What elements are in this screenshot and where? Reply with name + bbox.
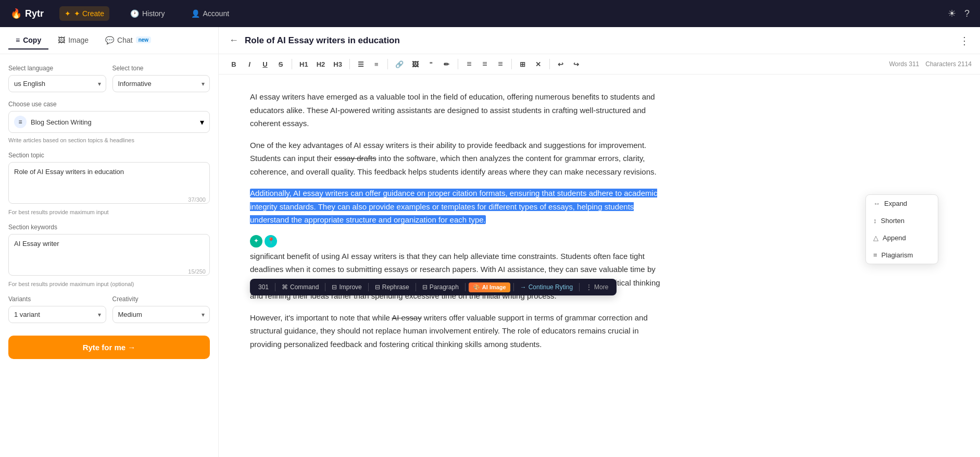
link-button[interactable]: 🔗 [392, 57, 407, 71]
strikethrough-button[interactable]: S [274, 57, 287, 71]
use-case-label: Choose use case [8, 101, 210, 108]
paragraph-icon: ⊟ [422, 283, 428, 291]
highlighted-paragraph: Additionally, AI essay writers can offer… [250, 189, 657, 224]
align-right-button[interactable]: ≡ [494, 57, 507, 71]
align-left-button[interactable]: ≡ [462, 57, 476, 71]
improve-label: Improve [339, 283, 361, 291]
table-button[interactable]: ⊞ [516, 57, 530, 71]
edit-icon-green[interactable]: ✦ [250, 235, 262, 248]
section-keywords-hint: For best results provide maximum input (… [8, 281, 210, 287]
command-btn[interactable]: ⌘ Command [279, 282, 322, 292]
image-button[interactable]: 🖼 [409, 57, 422, 71]
inline-toolbar: 301 ⌘ Command ⊟ Improve ⊟ Rephrase [250, 279, 617, 295]
image-tab-icon: 🖼 [58, 36, 65, 44]
section-topic-input[interactable]: Role of AI Essay writers in education [8, 162, 210, 204]
help-icon[interactable]: ? [964, 8, 970, 19]
inline-word-count: 301 [255, 282, 272, 292]
char-count-label: Characters 2114 [925, 60, 972, 68]
tone-select[interactable]: Informative Professional Casual Formal [112, 75, 210, 92]
nav-history[interactable]: 🕐 History [125, 6, 170, 21]
expand-icon: ↔ [873, 200, 880, 207]
editor-content: AI essay writers have emerged as a valua… [250, 90, 667, 351]
left-sidebar: ≡ Copy 🖼 Image 💬 Chat new Select languag… [0, 27, 219, 457]
back-button[interactable]: ← [229, 35, 238, 46]
section-keywords-input[interactable]: AI Essay writer [8, 234, 210, 276]
more-inline-btn[interactable]: ⋮ More [583, 282, 611, 292]
use-case-dropdown[interactable]: ≡ Blog Section Writing ▾ [8, 111, 210, 133]
align-center-button[interactable]: ≡ [478, 57, 492, 71]
tab-chat[interactable]: 💬 Chat new [98, 32, 158, 50]
shorten-menu-item[interactable]: ↕ Shorten [866, 212, 938, 229]
app-name: Rytr [25, 8, 44, 19]
use-case-value: Blog Section Writing [31, 118, 92, 126]
creativity-select[interactable]: Low Medium High Max [112, 306, 210, 323]
variants-label: Variants [8, 295, 106, 303]
bullet-list-button[interactable]: ☰ [354, 57, 368, 71]
nav-account[interactable]: 👤 Account [186, 6, 235, 21]
bold-button[interactable]: B [227, 57, 241, 71]
ryte-for-me-button[interactable]: Ryte for me → [8, 336, 210, 359]
command-label: Command [290, 283, 319, 291]
toolbar-divider-1 [292, 59, 292, 69]
nav-create[interactable]: ✦ ✦ Create [59, 6, 109, 21]
variants-select-wrapper: 1 variant 2 variants 3 variants ▾ [8, 306, 106, 323]
ai-image-btn[interactable]: 🎨 AI Image [469, 282, 510, 292]
chat-tab-label: Chat [117, 36, 133, 44]
inline-divider-7 [579, 283, 580, 291]
command-icon: ⌘ [282, 283, 288, 291]
app-logo[interactable]: 🔥 Rytr [10, 8, 44, 19]
word-char-count: Words 311 Characters 2114 [889, 60, 972, 68]
document-header: ← Role of AI Essay writers in education … [219, 27, 980, 54]
continue-ryting-btn[interactable]: → Continue Ryting [517, 282, 576, 292]
section-topic-wrapper: Role of AI Essay writers in education 37… [8, 162, 210, 206]
h1-button[interactable]: H1 [296, 57, 311, 71]
copy-tab-icon: ≡ [16, 36, 20, 44]
top-navigation: 🔥 Rytr ✦ ✦ Create 🕐 History 👤 Account ☀ … [0, 0, 980, 27]
improve-btn[interactable]: ⊟ Improve [329, 282, 365, 292]
improve-icon: ⊟ [332, 283, 337, 291]
plagiarism-menu-item[interactable]: ≡ Plagiarism [866, 246, 938, 264]
clear-format-button[interactable]: ✕ [532, 57, 545, 71]
italic-button[interactable]: I [243, 57, 256, 71]
more-options-button[interactable]: ⋮ [959, 34, 970, 47]
append-icon: △ [873, 234, 878, 242]
h2-button[interactable]: H2 [313, 57, 329, 71]
toolbar-divider-5 [511, 59, 512, 69]
edit-icon-teal[interactable]: 📍 [265, 235, 277, 248]
paragraph-btn[interactable]: ⊟ Paragraph [419, 282, 462, 292]
creativity-group: Creativity Low Medium High Max ▾ [112, 295, 210, 323]
variants-select[interactable]: 1 variant 2 variants 3 variants [8, 306, 106, 323]
shorten-label: Shorten [881, 217, 905, 225]
h3-button[interactable]: H3 [330, 57, 345, 71]
section-topic-count: 37/300 [188, 196, 206, 203]
append-menu-item[interactable]: △ Append [866, 229, 938, 246]
quote-button[interactable]: " [424, 57, 438, 71]
toolbar-divider-6 [549, 59, 550, 69]
language-label: Select language [8, 65, 106, 72]
redo-button[interactable]: ↪ [570, 57, 583, 71]
section-keywords-wrapper: AI Essay writer 15/250 [8, 234, 210, 278]
editor-toolbar: B I U S H1 H2 H3 ☰ ≡ 🔗 🖼 " ✏ ≡ ≡ ≡ ⊞ ✕ ↩… [219, 54, 980, 75]
inline-divider-4 [416, 283, 416, 291]
paragraph-label: Paragraph [430, 283, 459, 291]
tab-image[interactable]: 🖼 Image [51, 32, 96, 50]
toolbar-divider-3 [387, 59, 388, 69]
expand-menu-item[interactable]: ↔ Expand [866, 195, 938, 212]
paragraph-2: One of the key advantages of AI essay wr… [250, 139, 667, 179]
sun-icon[interactable]: ☀ [948, 8, 956, 19]
paragraph-3: Additionally, AI essay writers can offer… [250, 187, 667, 227]
section-topic-hint: For best results provide maximum input [8, 209, 210, 215]
use-case-chevron-icon: ▾ [200, 117, 204, 127]
more-inline-label: More [594, 283, 608, 291]
rephrase-btn[interactable]: ⊟ Rephrase [372, 282, 412, 292]
underline-button[interactable]: U [258, 57, 272, 71]
editor-area[interactable]: AI essay writers have emerged as a valua… [219, 75, 980, 457]
append-label: Append [883, 234, 906, 242]
ordered-list-button[interactable]: ≡ [370, 57, 383, 71]
pen-button[interactable]: ✏ [440, 57, 454, 71]
tab-copy[interactable]: ≡ Copy [8, 32, 48, 50]
ai-image-icon: 🎨 [473, 284, 480, 291]
variants-creativity-row: Variants 1 variant 2 variants 3 variants… [8, 295, 210, 323]
language-select[interactable]: us English UK English Spanish French [8, 75, 106, 92]
undo-button[interactable]: ↩ [554, 57, 568, 71]
